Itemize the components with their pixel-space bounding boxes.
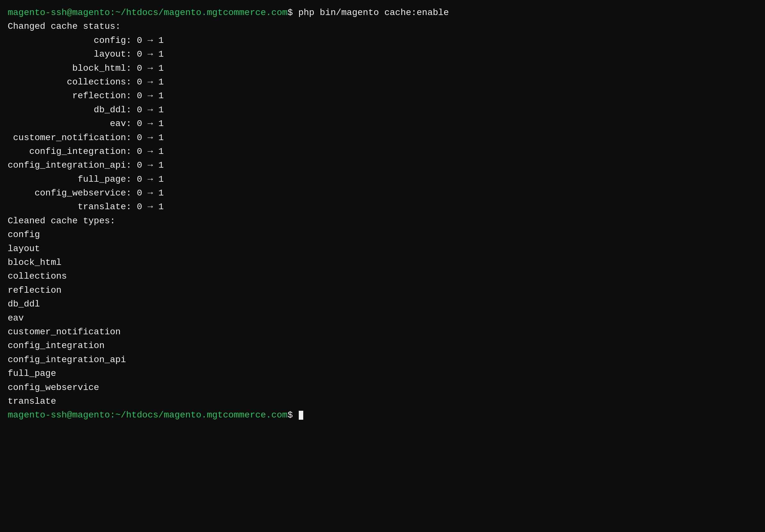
cache-status-row: db_ddl: 0 → 1 — [8, 103, 757, 117]
final-prompt-path: ~/htdocs/magento.mgtcommerce.com — [115, 410, 288, 420]
cache-status-row: full_page: 0 → 1 — [8, 172, 757, 186]
cache-status-row: config: 0 → 1 — [8, 34, 757, 47]
prompt-separator: : — [110, 8, 115, 18]
cleaned-type-item: customer_notification — [8, 325, 757, 339]
terminal-window: magento-ssh@magento:~/htdocs/magento.mgt… — [8, 6, 757, 422]
changed-cache-status-label: Changed cache status: — [8, 20, 757, 33]
cleaned-type-item: config_integration — [8, 339, 757, 353]
cleaned-types-list: configlayoutblock_htmlcollectionsreflect… — [8, 228, 757, 408]
cleaned-type-item: config_webservice — [8, 381, 757, 395]
cleaned-type-item: layout — [8, 242, 757, 256]
cleaned-type-item: full_page — [8, 367, 757, 381]
prompt-path: ~/htdocs/magento.mgtcommerce.com — [115, 8, 288, 18]
cache-status-row: reflection: 0 → 1 — [8, 89, 757, 103]
cache-status-row: config_integration_api: 0 → 1 — [8, 158, 757, 172]
final-space — [293, 410, 299, 420]
cache-status-row: config_integration: 0 → 1 — [8, 144, 757, 158]
cleaned-type-item: config — [8, 228, 757, 241]
cache-status-row: eav: 0 → 1 — [8, 117, 757, 131]
command-line: magento-ssh@magento:~/htdocs/magento.mgt… — [8, 6, 757, 20]
prompt-dollar: $ — [288, 8, 293, 18]
cleaned-type-item: eav — [8, 311, 757, 325]
final-prompt-line: magento-ssh@magento:~/htdocs/magento.mgt… — [8, 408, 757, 422]
cache-status-row: block_html: 0 → 1 — [8, 61, 757, 75]
cleaned-cache-label: Cleaned cache types: — [8, 214, 757, 228]
cleaned-type-item: db_ddl — [8, 297, 757, 311]
final-prompt-user: magento-ssh@magento — [8, 410, 110, 420]
command-text: php bin/magento cache:enable — [293, 8, 449, 18]
final-prompt-dollar: $ — [288, 410, 293, 420]
cursor — [299, 411, 303, 420]
cache-status-table: config: 0 → 1 layout: 0 → 1 block_html: … — [8, 34, 757, 214]
cache-status-row: layout: 0 → 1 — [8, 47, 757, 61]
cleaned-type-item: translate — [8, 395, 757, 408]
cache-status-row: collections: 0 → 1 — [8, 75, 757, 89]
cache-status-row: customer_notification: 0 → 1 — [8, 131, 757, 144]
cache-status-row: config_webservice: 0 → 1 — [8, 186, 757, 200]
final-prompt-separator: : — [110, 410, 115, 420]
cleaned-type-item: config_integration_api — [8, 353, 757, 367]
cleaned-type-item: collections — [8, 269, 757, 283]
cleaned-type-item: block_html — [8, 256, 757, 269]
cleaned-type-item: reflection — [8, 283, 757, 297]
cache-status-row: translate: 0 → 1 — [8, 200, 757, 214]
prompt-user: magento-ssh@magento — [8, 8, 110, 18]
